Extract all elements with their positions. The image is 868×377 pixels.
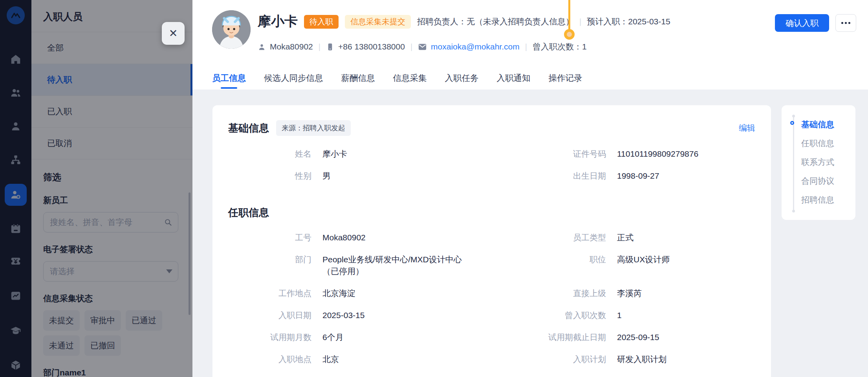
chip-in-approval[interactable]: 审批中: [84, 310, 121, 331]
list-item-pending[interactable]: 待入职: [31, 64, 192, 96]
divider: |: [410, 42, 412, 51]
rail-attendance-calendar-icon[interactable]: [0, 218, 31, 240]
rail-team-icon[interactable]: [0, 82, 31, 104]
field-row: 性别 男 出生日期 1998-09-27: [228, 165, 755, 187]
panel-scrollbar[interactable]: [189, 192, 190, 315]
employee-head-info: 摩小卡 待入职 信息采集未提交 招聘负责人：无（未录入招聘负责人信息） | 预计…: [258, 13, 670, 52]
recruiter-info: 招聘负责人：无（未录入招聘负责人信息）: [417, 16, 574, 27]
filter-section: 筛选 新员工 电子签署状态 请选择 信息采集状态 未提交 审批中 已通过: [31, 159, 192, 377]
tab-employee-info[interactable]: 员工信息: [212, 69, 246, 90]
employee-info-card: 基础信息 来源：招聘入职发起 编辑 姓名 摩小卡 证件号码 1101011998…: [212, 105, 771, 377]
onboarding-list-panel: 入职人员 全部 待入职 已入职 已取消 筛选 新员工 电子签署状态 请选择: [31, 0, 192, 377]
field-row: 姓名 摩小卡 证件号码 110101199809279876: [228, 143, 755, 165]
filter-group-new-employee: 新员工: [43, 195, 178, 232]
guide-pointer-line: [568, 0, 570, 30]
guide-pointer-dot: [564, 29, 575, 40]
tab-onboard-tasks[interactable]: 入职任务: [445, 69, 479, 90]
chip-withdrawn[interactable]: 已撤回: [84, 335, 121, 356]
field-row: 部门 People业务线/研发中心/MXD设计中心 （已停用） 职位 高级UX设…: [228, 249, 755, 282]
chip-not-submitted[interactable]: 未提交: [43, 310, 80, 331]
close-icon: ✕: [169, 27, 178, 40]
divider: |: [525, 42, 527, 51]
section-title-basic: 基础信息: [228, 121, 269, 135]
filter-title: 筛选: [43, 171, 178, 183]
field-row: 工作地点 北京海淀 直接上级 李溪芮: [228, 282, 755, 304]
job-info-rows: 工号 Moka80902 员工类型 正式 部门 People业务线/研发中心/M…: [228, 227, 755, 370]
employee-avatar: [212, 10, 251, 49]
rail-employee-icon[interactable]: [0, 115, 31, 137]
field-row: 入职地点 北京 入职计划 研发入职计划: [228, 348, 755, 370]
tab-compensation[interactable]: 薪酬信息: [341, 69, 375, 90]
section-title-job: 任职信息: [228, 206, 269, 220]
basic-info-rows: 姓名 摩小卡 证件号码 110101199809279876 性别 男 出生日期…: [228, 143, 755, 187]
panel-title: 入职人员: [43, 10, 181, 23]
onboard-count: 曾入职次数：1: [533, 41, 587, 52]
divider: |: [579, 17, 581, 26]
chip-approved[interactable]: 已通过: [126, 310, 162, 331]
esign-status-select[interactable]: 请选择: [43, 261, 178, 282]
anchor-contract-info[interactable]: 合同协议: [801, 177, 834, 185]
divider: |: [319, 42, 320, 51]
list-item-onboarded[interactable]: 已入职: [31, 96, 192, 128]
edit-link[interactable]: 编辑: [739, 123, 755, 134]
status-badge: 待入职: [304, 15, 339, 29]
moka-logo[interactable]: [7, 6, 25, 24]
tab-operation-log[interactable]: 操作记录: [549, 69, 582, 90]
moka-mountain-icon: [10, 9, 22, 21]
section-anchor-nav: 基础信息 任职信息 联系方式 合同协议 招聘信息: [782, 105, 855, 220]
collect-status-badge: 信息采集未提交: [345, 15, 411, 29]
person-icon: [258, 43, 266, 51]
filter-group-collect-status: 信息采集状态 未提交 审批中 已通过 未通过 已撤回: [43, 293, 178, 356]
filter-group-esign: 电子签署状态 请选择: [43, 244, 178, 282]
main-area: 摩小卡 待入职 信息采集未提交 招聘负责人：无（未录入招聘负责人信息） | 预计…: [192, 0, 868, 377]
employee-search-box: [43, 212, 178, 232]
employee-name: 摩小卡: [258, 13, 298, 31]
onboarding-status-list: 全部 待入职 已入职 已取消: [31, 32, 192, 159]
tab-onboard-notice[interactable]: 入职通知: [497, 69, 531, 90]
employee-search-input[interactable]: [50, 218, 172, 227]
rail-onboarding-icon[interactable]: [5, 184, 27, 206]
anchor-job-info[interactable]: 任职信息: [801, 139, 834, 148]
mail-icon: [418, 42, 427, 51]
panel-close-button[interactable]: ✕: [162, 22, 185, 45]
rail-org-chart-icon[interactable]: [0, 149, 31, 171]
tab-info-collection[interactable]: 信息采集: [393, 69, 427, 90]
collect-status-chips: 未提交 审批中 已通过 未通过 已撤回: [43, 310, 168, 356]
rail-performance-icon[interactable]: [0, 285, 31, 307]
search-icon: [164, 218, 172, 227]
confirm-onboard-button[interactable]: 确认入职: [775, 14, 829, 32]
phone-icon: [326, 43, 334, 51]
list-item-cancelled[interactable]: 已取消: [31, 128, 192, 159]
employee-email[interactable]: moxaioka@mokahr.com: [431, 42, 520, 51]
anchor-contact-info[interactable]: 联系方式: [801, 158, 834, 167]
anchor-track: [793, 116, 794, 211]
ellipsis-icon: [841, 22, 843, 24]
field-row: 试用期月数 6个月 试用期截止日期 2025-09-15: [228, 326, 755, 348]
rail-payroll-icon[interactable]: [0, 250, 31, 272]
employee-id: Moka80902: [270, 42, 313, 51]
tab-candidate-sync[interactable]: 候选人同步信息: [264, 69, 323, 90]
employee-page-header: 摩小卡 待入职 信息采集未提交 招聘负责人：无（未录入招聘负责人信息） | 预计…: [192, 0, 868, 90]
detail-tabs: 员工信息 候选人同步信息 薪酬信息 信息采集 入职任务 入职通知 操作记录: [212, 69, 582, 90]
rail-home-icon[interactable]: [0, 48, 31, 70]
chip-rejected[interactable]: 未通过: [43, 335, 80, 356]
field-row: 入职日期 2025-03-15 曾入职次数 1: [228, 304, 755, 326]
expected-onboard-date: 预计入职：2025-03-15: [587, 16, 670, 27]
filter-group-department: 部门name1 请选择部门: [43, 367, 178, 377]
header-actions: 确认入职: [775, 14, 856, 32]
field-row: 工号 Moka80902 员工类型 正式: [228, 227, 755, 249]
anchor-active-marker: [790, 121, 794, 125]
anchor-recruit-info[interactable]: 招聘信息: [801, 196, 834, 204]
source-tag: 来源：招聘入职发起: [276, 120, 351, 136]
rail-training-icon[interactable]: [0, 320, 31, 342]
more-actions-button[interactable]: [835, 14, 856, 32]
chevron-down-icon: [166, 269, 172, 273]
employee-phone: +86 13800138000: [338, 42, 405, 51]
app-rail: [0, 0, 31, 377]
rail-assets-icon[interactable]: [0, 354, 31, 376]
anchor-basic-info[interactable]: 基础信息: [801, 120, 834, 129]
